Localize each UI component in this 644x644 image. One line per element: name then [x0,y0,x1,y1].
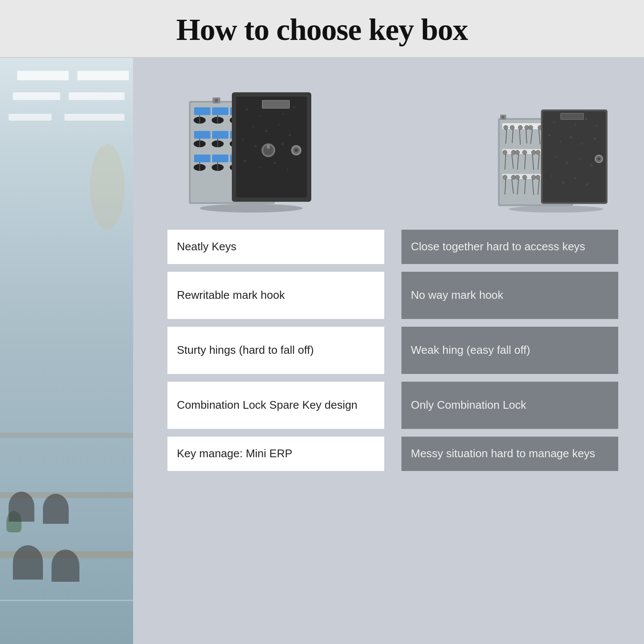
svg-rect-28 [212,155,228,162]
ceiling-light-2 [77,71,129,80]
page-title: How to choose key box [0,12,644,48]
feature-good-3: Sturty hings (hard to fall off) [167,327,384,374]
svg-point-69 [509,206,603,213]
svg-point-140 [593,137,596,140]
svg-point-151 [598,158,600,160]
feature-good-1: Neatly Keys [167,230,384,264]
svg-rect-66 [263,101,289,108]
feature-bad-2: No way mark hook [401,272,618,319]
feature-good-5: Key manage: Mini ERP [167,437,384,471]
keybox-good-svg [176,75,313,213]
svg-point-49 [289,134,291,137]
svg-point-99 [522,150,527,155]
feature-good-2: Rewritable mark hook [167,272,384,319]
svg-point-93 [503,150,507,155]
svg-point-134 [585,118,587,120]
svg-point-42 [259,115,261,117]
main-content: Neatly Keys Close together hard to acces… [0,58,644,644]
svg-rect-27 [194,155,210,162]
svg-rect-64 [267,145,270,149]
svg-point-53 [281,143,284,145]
comparison-grid: Neatly Keys Close together hard to acces… [167,230,618,627]
svg-point-46 [252,126,254,128]
svg-rect-3 [194,107,210,115]
svg-point-136 [548,134,551,137]
keybox-good [176,75,313,213]
chair-3 [9,492,34,522]
keybox-bad-svg [489,101,610,213]
svg-point-147 [574,177,576,179]
svg-point-61 [295,149,298,152]
svg-point-0 [200,204,303,213]
ceiling-light-5 [9,114,52,121]
feature-bad-5: Messy situation hard to manage keys [401,437,618,471]
svg-point-122 [536,175,540,179]
feature-good-4: Combination Lock Spare Key design [167,382,384,429]
header: How to choose key box [0,0,644,58]
ceiling-light-4 [69,92,125,100]
page-wrapper: How to choose key box [0,0,644,644]
svg-point-50 [242,139,243,140]
svg-point-138 [570,136,572,139]
svg-point-112 [503,175,507,179]
chair-2 [52,550,79,582]
svg-point-116 [515,175,519,179]
svg-point-56 [259,167,261,168]
desk-surface-3 [0,433,133,438]
svg-point-74 [504,125,508,130]
svg-point-143 [579,158,580,160]
svg-point-78 [518,125,522,130]
svg-rect-16 [212,131,228,139]
right-content: Neatly Keys Close together hard to acces… [133,58,644,644]
feature-bad-3: Weak hing (easy fall off) [401,327,618,374]
svg-rect-153 [561,114,583,119]
floor-line [0,600,133,601]
svg-point-146 [562,181,565,184]
svg-point-48 [278,124,280,125]
office-background [0,58,133,644]
chair-4 [43,494,69,524]
svg-point-145 [551,175,553,177]
svg-point-133 [574,124,576,125]
feature-bad-1: Close together hard to access keys [401,230,618,264]
svg-point-58 [287,169,289,170]
svg-point-44 [283,113,284,115]
svg-point-101 [532,150,536,155]
ceiling-light-3 [13,92,60,100]
svg-point-142 [565,162,568,164]
svg-point-141 [555,156,557,158]
ceiling-light-6 [64,114,125,121]
svg-point-144 [590,164,593,167]
svg-point-139 [581,143,583,145]
svg-point-41 [246,108,248,111]
chair-1 [13,545,43,580]
svg-point-57 [273,162,276,164]
feature-bad-4: Only Combination Lock [401,382,618,429]
svg-point-148 [586,183,589,186]
svg-point-68 [215,99,218,102]
svg-point-155 [502,116,504,118]
svg-point-120 [532,175,536,179]
svg-point-103 [536,150,540,155]
keybox-bad [489,101,610,213]
svg-point-97 [515,150,519,155]
svg-point-55 [243,160,246,162]
svg-point-82 [529,125,533,130]
svg-point-135 [596,125,598,127]
svg-rect-15 [194,131,210,139]
svg-point-45 [293,106,295,109]
svg-point-137 [559,141,561,143]
products-row [167,75,618,213]
svg-point-76 [510,125,514,130]
ceiling-light-1 [17,71,69,80]
spiral-stair [90,144,125,230]
svg-point-118 [522,175,527,179]
svg-rect-4 [212,107,228,115]
svg-point-47 [265,130,267,132]
svg-point-51 [254,145,257,147]
svg-point-131 [553,122,555,123]
